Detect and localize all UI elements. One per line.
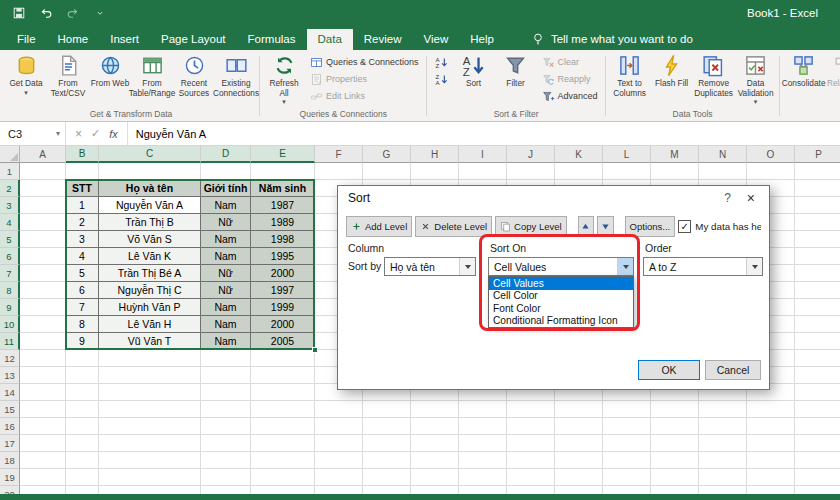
cell[interactable]: [795, 350, 840, 367]
cell[interactable]: Trần Thị B: [99, 214, 201, 231]
cell[interactable]: [507, 418, 555, 435]
fill-handle[interactable]: [312, 347, 318, 353]
cell[interactable]: [459, 435, 507, 452]
cell[interactable]: [20, 469, 66, 486]
sort-on-combo[interactable]: Cell Values: [488, 257, 634, 276]
cell[interactable]: [795, 367, 840, 384]
cell[interactable]: Nữ: [201, 282, 251, 299]
ribbon-sort-az[interactable]: AZ: [432, 54, 451, 70]
ribbon-recent-sources[interactable]: Recent Sources: [173, 51, 215, 108]
cell[interactable]: [20, 214, 66, 231]
cell[interactable]: [20, 316, 66, 333]
cell[interactable]: Nguyễn Văn A: [99, 197, 201, 214]
cell[interactable]: 2: [66, 214, 99, 231]
dropdown-option-cell-values[interactable]: Cell Values: [489, 277, 633, 290]
ribbon-consolidate[interactable]: Consolidate: [783, 51, 825, 108]
row-header-8[interactable]: 8: [0, 282, 20, 299]
column-header-p[interactable]: P: [795, 146, 840, 163]
cell[interactable]: [251, 163, 315, 180]
cell[interactable]: [201, 452, 251, 469]
cell[interactable]: [459, 486, 507, 494]
cell[interactable]: [66, 384, 99, 401]
cell[interactable]: [411, 401, 459, 418]
ribbon-remove-duplicates[interactable]: Remove Duplicates: [693, 51, 735, 108]
cell[interactable]: [795, 163, 840, 180]
tab-home[interactable]: Home: [47, 29, 100, 50]
cell[interactable]: [251, 401, 315, 418]
column-header-m[interactable]: M: [651, 146, 699, 163]
cell[interactable]: [459, 163, 507, 180]
cell[interactable]: [99, 350, 201, 367]
name-box[interactable]: C3: [0, 122, 66, 145]
cell[interactable]: [555, 163, 603, 180]
cell[interactable]: [251, 452, 315, 469]
ribbon-sort-za[interactable]: ZA: [432, 71, 451, 87]
cell[interactable]: [20, 265, 66, 282]
ribbon-queries-connections[interactable]: Queries & Connections: [307, 54, 422, 70]
cell[interactable]: [651, 435, 699, 452]
select-all-corner[interactable]: [0, 146, 20, 163]
insert-function-icon[interactable]: [109, 128, 118, 140]
row-header-12[interactable]: 12: [0, 350, 20, 367]
cell[interactable]: 1997: [251, 282, 315, 299]
cell[interactable]: [507, 435, 555, 452]
cell[interactable]: [201, 163, 251, 180]
row-header-6[interactable]: 6: [0, 248, 20, 265]
dropdown-option-font-color[interactable]: Font Color: [489, 302, 633, 315]
column-header-j[interactable]: J: [507, 146, 555, 163]
my-data-has-headers-checkbox[interactable]: My data has headers: [678, 220, 761, 233]
cell[interactable]: [651, 469, 699, 486]
cell[interactable]: [795, 384, 840, 401]
column-header-c[interactable]: C: [99, 146, 201, 163]
ribbon-filter[interactable]: Filter: [495, 51, 537, 108]
cell[interactable]: [555, 486, 603, 494]
cell[interactable]: [251, 384, 315, 401]
ok-button[interactable]: OK: [638, 360, 700, 380]
cell[interactable]: [699, 163, 747, 180]
cell[interactable]: [411, 163, 459, 180]
cell[interactable]: [699, 469, 747, 486]
tab-file[interactable]: File: [6, 29, 47, 50]
row-header-7[interactable]: 7: [0, 265, 20, 282]
cell[interactable]: [747, 469, 795, 486]
cell[interactable]: [99, 163, 201, 180]
tab-data[interactable]: Data: [307, 29, 353, 50]
cell[interactable]: Nam: [201, 197, 251, 214]
cell[interactable]: [699, 418, 747, 435]
cell[interactable]: [747, 486, 795, 494]
cell[interactable]: [201, 401, 251, 418]
cell[interactable]: [795, 333, 840, 350]
cell[interactable]: Võ Văn S: [99, 231, 201, 248]
cell[interactable]: [555, 469, 603, 486]
cell[interactable]: [66, 452, 99, 469]
cell[interactable]: [363, 486, 411, 494]
cell[interactable]: [201, 350, 251, 367]
cell[interactable]: [20, 486, 66, 494]
cell[interactable]: [66, 350, 99, 367]
row-header-3[interactable]: 3: [0, 197, 20, 214]
cell[interactable]: [20, 248, 66, 265]
tab-view[interactable]: View: [413, 29, 460, 50]
cell[interactable]: [20, 452, 66, 469]
cell[interactable]: 1995: [251, 248, 315, 265]
column-header-a[interactable]: A: [20, 146, 66, 163]
tab-formulas[interactable]: Formulas: [237, 29, 307, 50]
cell[interactable]: Giới tính: [201, 180, 251, 197]
cell[interactable]: [20, 350, 66, 367]
cell[interactable]: [795, 282, 840, 299]
ribbon-relation[interactable]: Relation...: [825, 51, 840, 108]
cell[interactable]: [315, 469, 363, 486]
cell[interactable]: [251, 469, 315, 486]
cell[interactable]: [251, 486, 315, 494]
cancel-entry-icon[interactable]: [75, 127, 82, 141]
ribbon-existing-connections[interactable]: Existing Connections: [215, 51, 257, 108]
cell[interactable]: [795, 214, 840, 231]
dropdown-option-conditional-formatting-icon[interactable]: Conditional Formatting Icon: [489, 315, 633, 328]
cell[interactable]: [66, 469, 99, 486]
row-header-11[interactable]: 11: [0, 333, 20, 350]
dropdown-option-cell-color[interactable]: Cell Color: [489, 290, 633, 303]
sort-on-dropdown-icon[interactable]: [617, 258, 633, 275]
row-header-9[interactable]: 9: [0, 299, 20, 316]
ribbon-flash-fill[interactable]: Flash Fill: [651, 51, 693, 108]
cell[interactable]: [795, 469, 840, 486]
